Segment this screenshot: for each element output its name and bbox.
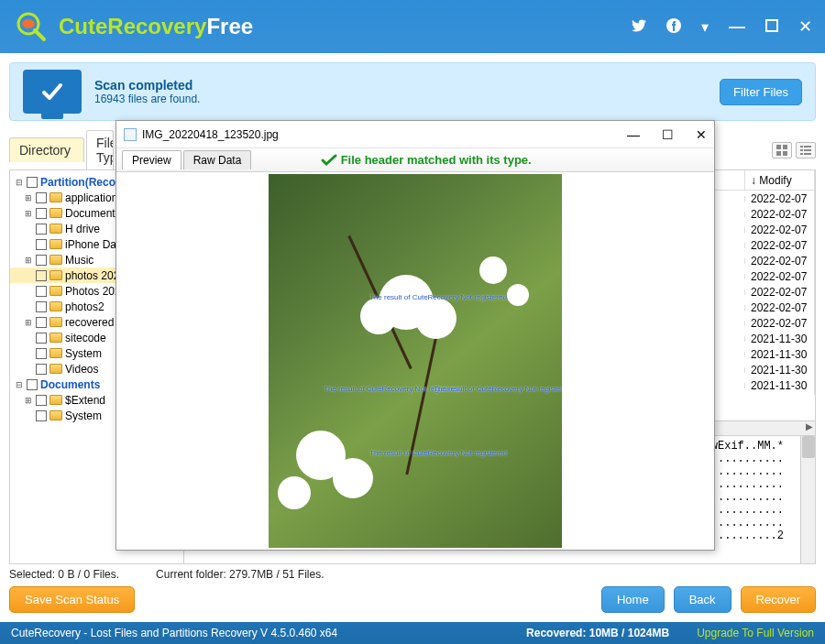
- dropdown-icon[interactable]: ▾: [701, 18, 709, 36]
- watermark-text: The result of CuteRecovery Not registere…: [369, 293, 507, 301]
- svg-rect-7: [776, 151, 781, 156]
- header-match-status: File header matched with its type.: [321, 153, 532, 167]
- back-button[interactable]: Back: [674, 586, 732, 613]
- minimize-icon[interactable]: —: [729, 17, 745, 37]
- preview-image-area: The result of CuteRecovery Not registere…: [116, 172, 714, 550]
- tab-directory[interactable]: Directory: [9, 137, 84, 162]
- svg-rect-14: [804, 153, 811, 155]
- view-list-icon[interactable]: [796, 142, 816, 158]
- watermark-text: The result of CuteRecovery Not registere…: [434, 385, 562, 393]
- dialog-minimize-icon[interactable]: —: [627, 127, 640, 142]
- scan-status-sub: 16943 files are found.: [94, 93, 200, 105]
- home-button[interactable]: Home: [601, 586, 665, 613]
- close-icon[interactable]: ✕: [798, 16, 812, 37]
- upgrade-link[interactable]: Upgrade To Full Version: [697, 627, 814, 639]
- tree-item[interactable]: $Extend: [65, 394, 105, 407]
- tree-item[interactable]: System: [65, 347, 102, 360]
- tree-item[interactable]: Music: [65, 254, 94, 267]
- tab-file-type[interactable]: File Type: [86, 130, 114, 169]
- tree-item[interactable]: photos2: [65, 300, 104, 313]
- svg-rect-11: [800, 149, 803, 151]
- current-folder-status: Current folder: 279.7MB / 51 Files.: [156, 568, 324, 581]
- cell-date: 2021-11-30: [745, 377, 815, 395]
- recover-button[interactable]: Recover: [741, 586, 816, 613]
- view-grid-icon[interactable]: [772, 142, 792, 158]
- dialog-close-icon[interactable]: ✕: [696, 127, 707, 142]
- svg-rect-4: [766, 20, 777, 31]
- maximize-icon[interactable]: [765, 19, 778, 35]
- svg-rect-9: [800, 146, 803, 147]
- app-version-text: CuteRecovery - Lost Files and Partitions…: [11, 627, 337, 639]
- dialog-title: IMG_20220418_123520.jpg: [142, 128, 279, 141]
- filter-files-button[interactable]: Filter Files: [720, 79, 802, 105]
- tree-root-documents[interactable]: Documents: [40, 378, 100, 391]
- dialog-maximize-icon[interactable]: ☐: [662, 127, 674, 142]
- scan-status-panel: Scan completed 16943 files are found. Fi…: [9, 62, 816, 121]
- tree-item[interactable]: System: [65, 409, 102, 422]
- checkmark-icon: [321, 154, 337, 167]
- status-bar: Selected: 0 B / 0 Files. Current folder:…: [9, 568, 816, 581]
- svg-rect-13: [800, 153, 803, 155]
- twitter-icon[interactable]: [632, 18, 646, 36]
- tree-item[interactable]: application: [65, 191, 117, 204]
- preview-image: The result of CuteRecovery Not registere…: [269, 174, 562, 548]
- app-name: CuteRecovery: [59, 14, 206, 39]
- svg-rect-10: [804, 146, 811, 147]
- save-scan-status-button[interactable]: Save Scan Status: [9, 586, 135, 613]
- file-icon: [124, 128, 137, 141]
- svg-line-1: [35, 30, 44, 39]
- raw-data-tab[interactable]: Raw Data: [183, 150, 252, 169]
- preview-dialog: IMG_20220418_123520.jpg — ☐ ✕ Preview Ra…: [116, 120, 715, 551]
- svg-rect-6: [783, 145, 787, 149]
- tree-item[interactable]: Documents: [65, 207, 121, 220]
- recovered-text: Recovered: 10MB / 1024MB: [526, 627, 669, 639]
- sort-down-icon: ↓: [751, 174, 756, 187]
- app-name-suffix: Free: [206, 14, 253, 39]
- bottom-status-bar: CuteRecovery - Lost Files and Partitions…: [0, 622, 825, 644]
- facebook-icon[interactable]: [666, 18, 681, 36]
- watermark-text: The result of CuteRecovery Not registere…: [369, 449, 507, 457]
- app-titlebar: CuteRecovery Free ▾ — ✕: [0, 0, 825, 53]
- app-logo-icon: [13, 8, 50, 45]
- monitor-icon: [23, 70, 82, 114]
- svg-rect-12: [804, 149, 811, 151]
- tree-item[interactable]: Videos: [65, 363, 98, 376]
- tree-item[interactable]: recovered: [65, 316, 114, 329]
- tree-item[interactable]: H drive: [65, 223, 100, 235]
- dialog-titlebar[interactable]: IMG_20220418_123520.jpg — ☐ ✕: [116, 121, 714, 148]
- hex-vertical-scrollbar[interactable]: [800, 436, 815, 563]
- svg-point-2: [22, 19, 35, 28]
- svg-rect-8: [783, 151, 787, 156]
- scan-status-title: Scan completed: [94, 78, 200, 93]
- col-header-modify[interactable]: ↓ Modify: [745, 170, 815, 190]
- preview-tab[interactable]: Preview: [122, 150, 182, 169]
- selected-status: Selected: 0 B / 0 Files.: [9, 568, 119, 581]
- svg-rect-5: [776, 145, 781, 149]
- tree-item[interactable]: sitecode: [65, 332, 106, 344]
